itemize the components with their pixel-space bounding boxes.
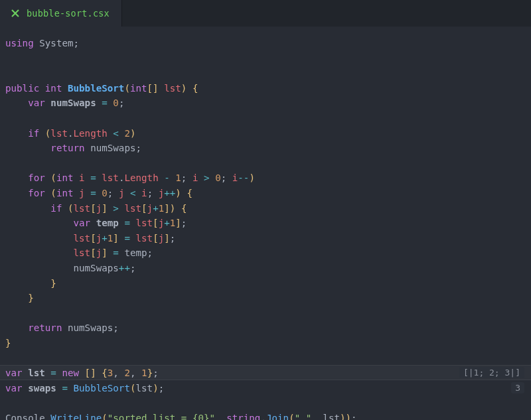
tab-bar: bubble-sort.csx xyxy=(0,0,531,27)
close-icon[interactable] xyxy=(11,9,20,18)
code-content[interactable]: using System; public int BubbleSort(int[… xyxy=(5,36,526,420)
tab-bubble-sort[interactable]: bubble-sort.csx xyxy=(0,0,122,27)
tab-filename: bubble-sort.csx xyxy=(27,8,110,19)
code-editor[interactable]: using System; public int BubbleSort(int[… xyxy=(0,27,531,420)
